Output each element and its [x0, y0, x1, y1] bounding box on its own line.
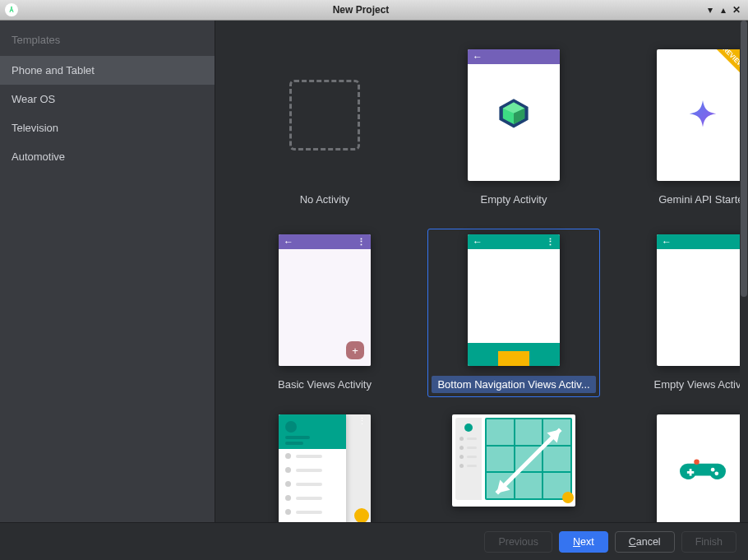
appbar: ←	[468, 49, 560, 64]
template-thumb: ←⋮ +	[279, 234, 371, 366]
cancel-button[interactable]: Cancel	[615, 531, 675, 553]
next-button[interactable]: Next	[559, 531, 608, 553]
template-thumb	[452, 414, 575, 507]
template-thumb	[279, 49, 371, 181]
template-navigation-drawer-views-activity[interactable]: ⋮	[238, 409, 411, 522]
maximize-icon[interactable]: ▴	[717, 4, 730, 16]
template-empty-activity[interactable]: ← Empty Activity	[427, 44, 600, 212]
android-studio-icon	[5, 3, 18, 16]
svg-point-12	[694, 460, 700, 465]
svg-point-10	[711, 468, 715, 472]
back-arrow-icon: ←	[473, 51, 483, 62]
svg-point-11	[714, 471, 718, 475]
dialog-footer: Previous Next Cancel Finish	[0, 522, 748, 560]
dashed-square-icon	[289, 80, 360, 150]
gamepad-icon	[680, 455, 726, 488]
template-label: Gemini API Starter	[621, 191, 748, 208]
close-icon[interactable]: ✕	[730, 4, 743, 16]
finish-button: Finish	[681, 531, 736, 553]
templates-grid: No Activity ← Empty Activity	[215, 21, 748, 522]
sidebar-item-label: Television	[12, 122, 58, 134]
nav-rail	[455, 418, 482, 500]
svg-point-0	[11, 7, 12, 8]
template-thumb: ←⋮	[468, 234, 560, 366]
overflow-menu-icon: ⋮	[358, 416, 367, 427]
button-label: Previous	[498, 536, 538, 548]
previous-button: Previous	[484, 531, 552, 553]
sidebar-item-television[interactable]: Television	[0, 113, 215, 142]
sidebar-item-label: Wear OS	[12, 93, 55, 105]
template-responsive-views-activity[interactable]	[427, 409, 600, 522]
scrollbar[interactable]	[740, 21, 748, 522]
avatar-icon	[285, 421, 297, 433]
sidebar-item-wear-os[interactable]: Wear OS	[0, 85, 215, 113]
template-label: Basic Views Activity	[242, 376, 407, 393]
button-label: Next	[573, 536, 594, 548]
template-thumb	[657, 414, 748, 522]
appbar: ←⋮	[468, 234, 560, 249]
sidebar-item-label: Automotive	[12, 150, 65, 163]
content-grid	[485, 418, 572, 500]
minimize-icon[interactable]: ▾	[704, 4, 717, 16]
fab-icon	[354, 508, 369, 522]
template-thumb: ←	[657, 234, 748, 366]
appbar: ←	[657, 234, 748, 249]
bottom-nav-strip	[468, 343, 560, 351]
overflow-menu-icon: ⋮	[546, 237, 555, 248]
sidebar-item-automotive[interactable]: Automotive	[0, 142, 215, 171]
back-arrow-icon: ←	[662, 236, 672, 248]
sidebar-item-label: Phone and Tablet	[12, 64, 95, 76]
back-arrow-icon: ←	[284, 236, 293, 248]
button-label: Finish	[695, 536, 723, 548]
window-title: New Project	[18, 4, 704, 16]
overflow-menu-icon: ⋮	[357, 237, 366, 248]
scrollbar-thumb[interactable]	[741, 21, 747, 297]
bottom-nav	[468, 351, 560, 366]
templates-sidebar: Templates Phone and Tablet Wear OS Telev…	[0, 21, 215, 522]
gemini-star-icon	[688, 99, 718, 128]
fab-icon: +	[346, 341, 364, 359]
template-label: Bottom Navigation Views Activ...	[432, 376, 596, 393]
button-label: Cancel	[629, 536, 661, 548]
template-label: No Activity	[242, 191, 407, 208]
template-game-activity[interactable]	[616, 409, 748, 522]
title-bar: New Project ▾ ▴ ✕	[0, 0, 748, 21]
template-empty-views-activity[interactable]: ← Empty Views Activity	[616, 229, 748, 397]
template-label: Empty Views Activity	[621, 376, 748, 393]
template-thumb: ⋮	[279, 414, 371, 522]
appbar: ←⋮	[279, 234, 371, 249]
sidebar-item-phone-and-tablet[interactable]: Phone and Tablet	[0, 56, 215, 85]
template-gemini-api-starter[interactable]: PREVIEW Gemini API Starter	[616, 44, 748, 212]
compose-logo-icon	[496, 95, 532, 132]
template-bottom-navigation-views-activity[interactable]: ←⋮ Bottom Navigation Views Activ...	[427, 229, 600, 397]
sidebar-header: Templates	[0, 21, 215, 56]
template-no-activity[interactable]: No Activity	[238, 44, 411, 212]
template-basic-views-activity[interactable]: ←⋮ + Basic Views Activity	[238, 229, 411, 397]
template-thumb: PREVIEW	[657, 49, 748, 181]
template-label: Empty Activity	[432, 191, 596, 208]
template-thumb: ←	[468, 49, 560, 181]
fab-icon	[562, 492, 574, 503]
svg-rect-9	[687, 471, 694, 474]
back-arrow-icon: ←	[473, 236, 483, 248]
